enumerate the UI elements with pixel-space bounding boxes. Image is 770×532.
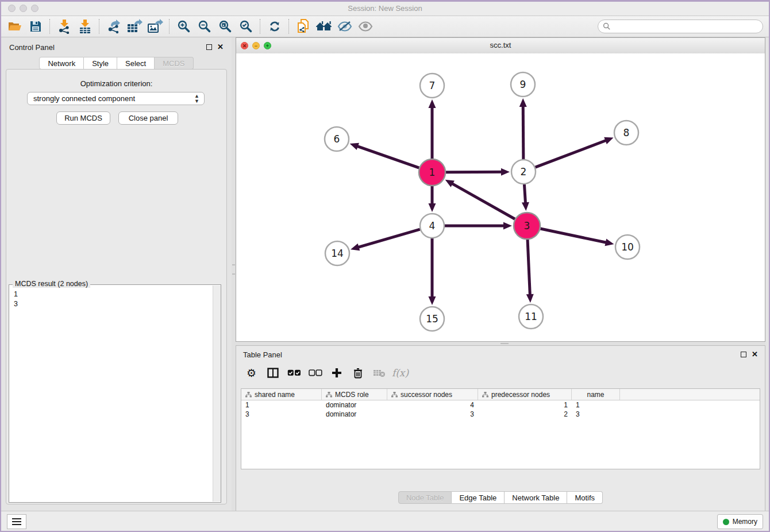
column-header-successor-nodes[interactable]: successor nodes bbox=[387, 389, 478, 400]
graph-edge[interactable] bbox=[356, 146, 419, 168]
column-header-predecessor-nodes[interactable]: predecessor nodes bbox=[478, 389, 572, 400]
graph-edge[interactable] bbox=[524, 184, 525, 204]
export-table-button[interactable] bbox=[124, 17, 145, 36]
column-label: shared name bbox=[255, 391, 295, 399]
refresh-button[interactable] bbox=[264, 17, 285, 36]
tab-node-table[interactable]: Node Table bbox=[398, 491, 452, 504]
tab-network[interactable]: Network bbox=[39, 57, 84, 70]
toolbar-separator bbox=[99, 19, 100, 34]
edge-arrowhead bbox=[522, 202, 529, 211]
graph-node-label: 3 bbox=[524, 220, 530, 232]
network-canvas[interactable]: 7968124314101511 bbox=[236, 53, 765, 341]
graph-edge[interactable] bbox=[528, 240, 530, 296]
memory-status-icon bbox=[723, 519, 729, 525]
tab-mcds[interactable]: MCDS bbox=[155, 57, 193, 70]
control-panel: Control Panel ✕ Network Style Select MCD… bbox=[1, 37, 232, 511]
status-bar: Memory bbox=[1, 511, 769, 531]
optimization-criterion-select[interactable]: strongly connected component ▲▼ bbox=[27, 92, 205, 105]
close-panel-button[interactable]: Close panel bbox=[118, 111, 178, 125]
tab-motifs[interactable]: Motifs bbox=[567, 491, 603, 504]
houses-icon bbox=[315, 20, 333, 33]
graph-node-label: 4 bbox=[429, 220, 436, 232]
app-window: Session: New Session bbox=[0, 0, 770, 532]
run-mcds-button[interactable]: Run MCDS bbox=[56, 111, 110, 125]
float-panel-icon[interactable] bbox=[206, 44, 212, 50]
import-table-button[interactable] bbox=[75, 17, 95, 36]
edge-arrowhead bbox=[605, 239, 614, 246]
eye-icon bbox=[358, 21, 373, 32]
create-column-button[interactable] bbox=[326, 364, 347, 382]
hide-selected-button[interactable] bbox=[334, 17, 355, 36]
cell-shared-name: 1 bbox=[241, 400, 322, 410]
window-title: Session: New Session bbox=[1, 4, 769, 13]
edge-arrowhead bbox=[429, 296, 436, 305]
graph-edge[interactable] bbox=[536, 140, 607, 167]
clone-network-icon bbox=[296, 18, 311, 34]
graph-edge[interactable] bbox=[357, 229, 420, 248]
graph-edge[interactable] bbox=[446, 172, 503, 172]
first-neighbors-button[interactable] bbox=[314, 17, 334, 36]
memory-button[interactable]: Memory bbox=[717, 514, 763, 529]
tab-network-table[interactable]: Network Table bbox=[505, 491, 567, 504]
zoom-fit-button[interactable] bbox=[215, 17, 236, 36]
export-network-button[interactable] bbox=[103, 17, 124, 36]
clone-network-button[interactable] bbox=[293, 17, 314, 36]
graph-edge[interactable] bbox=[540, 229, 607, 243]
tab-style[interactable]: Style bbox=[84, 57, 117, 70]
fx-icon: f(x) bbox=[392, 367, 409, 379]
table-settings-button[interactable]: ⚙ bbox=[241, 364, 262, 382]
import-network-button[interactable] bbox=[54, 17, 75, 36]
search-input[interactable] bbox=[611, 22, 763, 31]
checkbox-unchecked-pair-icon bbox=[309, 369, 322, 376]
delete-table-button[interactable] bbox=[368, 364, 390, 382]
zoom-out-button[interactable] bbox=[194, 17, 215, 36]
float-panel-icon[interactable] bbox=[741, 352, 746, 357]
close-panel-icon[interactable]: ✕ bbox=[752, 350, 758, 358]
open-session-button[interactable] bbox=[5, 17, 25, 36]
vertical-splitter[interactable] bbox=[232, 37, 236, 511]
zoom-in-button[interactable] bbox=[174, 17, 194, 36]
column-header-shared-name[interactable]: shared name bbox=[241, 389, 322, 400]
result-scrollbar[interactable] bbox=[213, 286, 221, 502]
close-panel-icon[interactable]: ✕ bbox=[217, 43, 224, 51]
selected-option: strongly connected component bbox=[33, 94, 135, 103]
select-all-button[interactable] bbox=[283, 364, 305, 382]
checkbox-checked-pair-icon bbox=[287, 369, 301, 376]
folder-open-icon bbox=[7, 20, 22, 33]
export-image-button[interactable] bbox=[145, 17, 165, 36]
graph-edge[interactable] bbox=[523, 105, 523, 159]
graph-node-label: 9 bbox=[520, 79, 526, 90]
import-network-icon bbox=[57, 19, 71, 34]
hierarchy-icon bbox=[245, 392, 252, 398]
function-builder-button[interactable]: f(x) bbox=[390, 364, 411, 382]
column-label: successor nodes bbox=[401, 391, 452, 399]
delete-column-button[interactable] bbox=[347, 364, 368, 382]
delete-table-icon bbox=[373, 369, 386, 377]
save-session-button[interactable] bbox=[25, 17, 46, 36]
graph-node-label: 6 bbox=[334, 133, 340, 145]
column-header-name[interactable]: name bbox=[572, 389, 620, 400]
splitter-handle bbox=[500, 343, 509, 344]
edge-arrowhead bbox=[429, 99, 436, 108]
list-icon bbox=[12, 518, 21, 525]
control-panel-title: Control Panel bbox=[9, 43, 55, 52]
tab-select[interactable]: Select bbox=[117, 57, 155, 70]
table-row[interactable]: 3 dominator 3 2 3 bbox=[241, 410, 760, 419]
edge-arrowhead bbox=[351, 244, 360, 250]
task-history-button[interactable] bbox=[7, 514, 26, 529]
show-columns-button[interactable] bbox=[262, 364, 283, 382]
deselect-all-button[interactable] bbox=[305, 364, 326, 382]
network-graph[interactable]: 7968124314101511 bbox=[236, 53, 766, 342]
column-header-mcds-role[interactable]: MCDS role bbox=[322, 389, 387, 400]
network-view-title: scc.txt bbox=[236, 41, 765, 49]
graph-edge[interactable] bbox=[451, 183, 515, 219]
cell-predecessor-nodes: 2 bbox=[478, 410, 572, 419]
search-field[interactable] bbox=[598, 20, 763, 33]
show-all-button[interactable] bbox=[355, 17, 376, 36]
table-row[interactable]: 1 dominator 4 1 1 bbox=[241, 400, 760, 410]
column-label: predecessor nodes bbox=[491, 391, 550, 399]
tab-edge-table[interactable]: Edge Table bbox=[452, 491, 505, 504]
zoom-fit-icon bbox=[218, 20, 232, 33]
zoom-selected-button[interactable] bbox=[236, 17, 256, 36]
graph-node-label: 8 bbox=[623, 127, 630, 138]
